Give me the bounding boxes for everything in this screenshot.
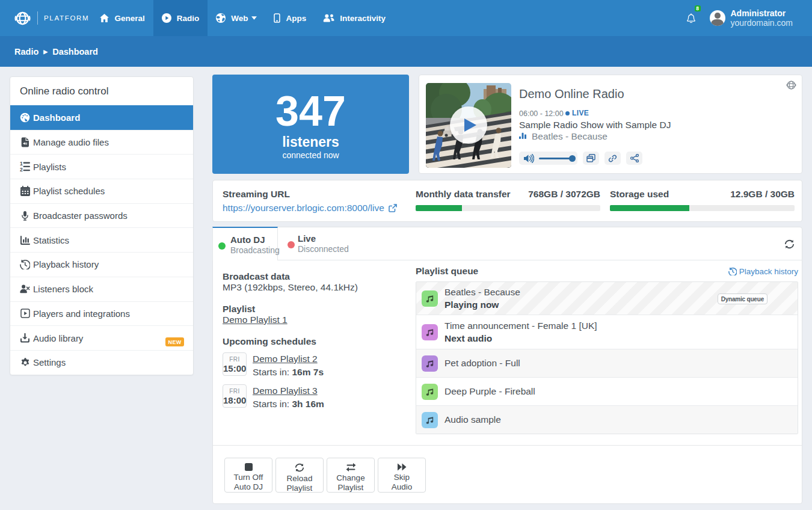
svg-text:1: 1 xyxy=(20,162,23,167)
svg-text:2: 2 xyxy=(20,167,23,171)
